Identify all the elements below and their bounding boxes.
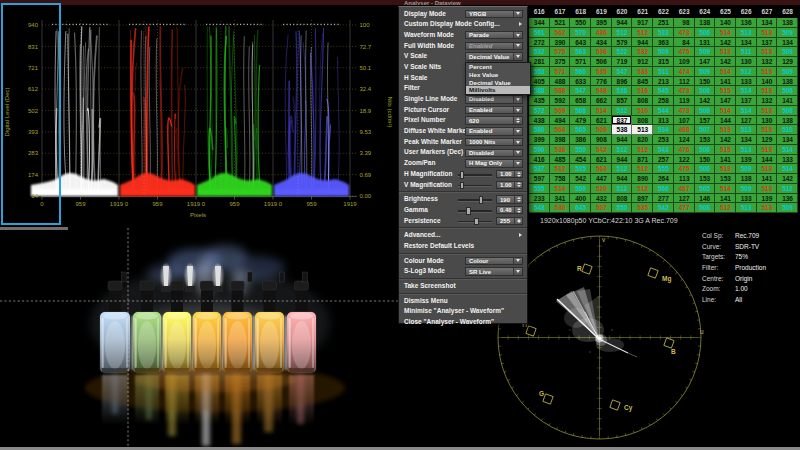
h-magnification-slider[interactable] [458, 174, 492, 177]
menu-item-persistence[interactable]: Persistence255 [399, 216, 527, 227]
grid-col-header: 627 [757, 5, 778, 18]
slider-value: 255 [497, 218, 514, 224]
menu-item-pixel-number[interactable]: Pixel Number620 [399, 115, 527, 126]
zoom-pan-dropdown[interactable]: H Mag Only [465, 159, 523, 168]
grid-cell: 513 [757, 203, 778, 213]
grid-cell: 122 [674, 155, 695, 165]
grid-cell: 515 [715, 86, 736, 96]
grid-cell: 513 [757, 67, 778, 77]
v-magnification-slider[interactable] [458, 185, 492, 188]
menu-item-full-width-mode[interactable]: Full Width ModeEnabled [399, 41, 527, 52]
menu-separator [399, 227, 527, 229]
menu-item-picture-cursor[interactable]: Picture CursorEnabled [399, 105, 527, 116]
grid-cell: 508 [777, 106, 798, 116]
menu-item-waveform-mode[interactable]: Waveform ModeParade [399, 30, 527, 41]
waveform-mode-dropdown[interactable]: Parade [465, 31, 523, 40]
picture-cursor-dropdown[interactable]: Enabled [465, 106, 523, 115]
menu-item-peak-white-marker[interactable]: Peak White Marker1000 Nits [399, 137, 527, 148]
waveform-panel[interactable]: 9408317216125023932831746410072.750.132.… [0, 4, 400, 228]
menu-item-minimise-analyser-waveform[interactable]: Minimise "Analyser - Waveform" [399, 306, 527, 317]
colour-mode-dropdown[interactable]: Colour [465, 257, 523, 266]
picture-svg [0, 228, 400, 450]
panel-divider [0, 227, 68, 230]
menu-item-dismiss-menu[interactable]: Dismiss Menu [399, 296, 527, 307]
dropdown-value: H Mag Only [466, 160, 513, 166]
slider-handle[interactable] [460, 182, 465, 190]
slider-handle[interactable] [466, 207, 471, 215]
menu-item-zoom-pan[interactable]: Zoom/PanH Mag Only [399, 158, 527, 169]
grid-cell: 658 [570, 96, 591, 106]
stepper-arrows-icon[interactable] [514, 182, 522, 189]
grid-cell: 140 [757, 77, 778, 87]
grid-cell: 264 [653, 174, 674, 184]
grid-cell: 473 [674, 106, 695, 116]
single-line-mode-dropdown[interactable]: Disabled [465, 95, 523, 104]
stepper-arrows-icon[interactable] [514, 196, 522, 203]
v-scale-dropdown[interactable]: Decimal Value [465, 52, 523, 61]
menu-item-user-markers-dec[interactable]: User Markers (Dec)Disabled [399, 147, 527, 158]
menu-item-single-line-mode[interactable]: Single Line ModeDisabled [399, 94, 527, 105]
full-width-mode-dropdown[interactable]: Enabled [465, 42, 523, 51]
wf-right-tick: 9.53 [360, 129, 372, 135]
menu-item-v-magnification[interactable]: V Magnification1.00 [399, 180, 527, 191]
grid-cell: 512 [632, 184, 653, 194]
grid-cell: 509 [777, 47, 798, 57]
diffuse-white-marker-dropdown[interactable]: Enabled [465, 127, 523, 136]
slider-handle[interactable] [460, 171, 465, 179]
gamma-slider[interactable] [458, 210, 492, 213]
grid-cell: 142 [715, 57, 736, 67]
grid-cell: 536 [591, 47, 612, 57]
grid-cell: 514 [736, 86, 757, 96]
slider-handle[interactable] [479, 196, 484, 204]
grid-col-header: 617 [550, 5, 571, 18]
stepper-arrows-icon[interactable] [513, 117, 522, 124]
submenu-item-decimal-value[interactable]: Decimal Value [466, 79, 530, 87]
submenu-item-percent[interactable]: Percent [466, 63, 530, 71]
chevron-down-icon [513, 43, 522, 50]
grid-cell: 405 [529, 77, 550, 87]
s-log3-mode-dropdown[interactable]: SR Live [465, 267, 523, 276]
persistence-slider[interactable] [458, 221, 492, 224]
v-magnification-value-box[interactable]: 1.00 [496, 181, 523, 190]
menu-item-close-analyser-waveform[interactable]: Close "Analyser - Waveform" [399, 317, 527, 328]
menu-item-gamma[interactable]: Gamma0.40 [399, 205, 527, 216]
waveform-svg: 9408317216125023932831746410072.750.132.… [0, 4, 400, 228]
picture-panel[interactable] [0, 228, 400, 450]
slider-handle[interactable] [474, 218, 479, 226]
display-mode-dropdown[interactable]: YRGB [465, 10, 523, 19]
menu-item-s-log3-mode[interactable]: S-Log3 ModeSR Live [399, 266, 527, 277]
grid-cell: 515 [715, 145, 736, 155]
h-magnification-value-box[interactable]: 1.00 [496, 170, 523, 179]
stepper-arrows-icon[interactable] [514, 218, 522, 225]
menu-item-display-mode[interactable]: Display ModeYRGB [399, 9, 527, 20]
brightness-slider[interactable] [458, 199, 492, 202]
submenu-item-hex-value[interactable]: Hex Value [466, 71, 530, 79]
grid-cell: 944 [612, 155, 633, 165]
menu-item-diffuse-white-marker[interactable]: Diffuse White MarkerEnabled [399, 126, 527, 137]
menu-item-take-screenshot[interactable]: Take Screenshot [399, 281, 527, 292]
menu-item-v-scale[interactable]: V ScaleDecimal Value [399, 51, 527, 62]
submenu-item-millivolts[interactable]: Millivolts [466, 86, 530, 94]
menu-item-advanced[interactable]: Advanced... [399, 230, 527, 241]
user-markers-dec-dropdown[interactable]: Disabled [465, 149, 523, 158]
grid-cell: 505 [695, 184, 716, 194]
wf-right-tick: 100 [360, 22, 371, 28]
grid-cell: 513 [757, 106, 778, 116]
persistence-value-box[interactable]: 255 [496, 217, 523, 226]
brightness-value-box[interactable]: 190 [496, 195, 523, 204]
pixel-number-stepper[interactable]: 620 [465, 116, 523, 125]
menu-item-brightness[interactable]: Brightness190 [399, 194, 527, 205]
stepper-arrows-icon[interactable] [514, 171, 522, 178]
menu-item-h-magnification[interactable]: H Magnification1.00 [399, 169, 527, 180]
grid-cell: 513 [757, 145, 778, 155]
gamma-value-box[interactable]: 0.40 [496, 206, 523, 215]
menu-item-custom-display-mode-config[interactable]: Custom Display Mode Config... [399, 19, 527, 30]
peak-white-marker-dropdown[interactable]: 1000 Nits [465, 138, 523, 147]
grid-cell: 133 [736, 194, 757, 204]
chevron-down-icon [513, 128, 522, 135]
menu-item-colour-mode[interactable]: Colour ModeColour [399, 256, 527, 267]
menu-item-restore-default-levels[interactable]: Restore Default Levels [399, 241, 527, 252]
stepper-arrows-icon[interactable] [514, 207, 522, 214]
grid-cell: 521 [550, 18, 571, 28]
menu-item-label: User Markers (Dec) [404, 147, 463, 158]
